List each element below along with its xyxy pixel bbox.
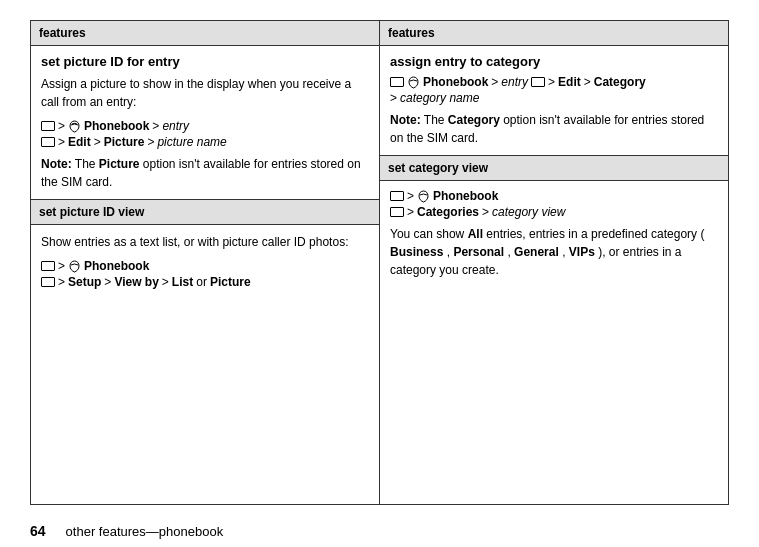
set-picture-id-entry-section: set picture ID for entry Assign a pictur… [31,46,379,199]
menu-icon-3 [41,261,55,271]
note-category: Note: The Category option isn't availabl… [390,111,718,147]
phonebook-label-2: Phonebook [84,259,149,273]
phonebook-label-3: Phonebook [423,75,488,89]
phonebook-icon-4 [417,190,430,203]
categories-label: Categories [417,205,479,219]
nav-line-6: > category name [390,91,718,105]
entry-label-2: entry [501,75,528,89]
menu-icon-4 [41,277,55,287]
menu-icon-1 [41,121,55,131]
view-by-label: View by [114,275,158,289]
right-column: features assign entry to category Phoneb… [379,20,729,505]
nav-line-3: > Phonebook [41,259,369,273]
nav-line-7: > Phonebook [390,189,718,203]
all-keyword: All [468,227,483,241]
category-view-label: category view [492,205,565,219]
edit-label-1: Edit [68,135,91,149]
left-column: features set picture ID for entry Assign… [30,20,379,505]
footer: 64 other features—phonebook [0,515,759,547]
menu-icon-5 [390,77,404,87]
right-header: features [380,21,728,46]
set-picture-id-view-header: set picture ID view [31,200,379,225]
entry-label-1: entry [162,119,189,133]
personal-keyword: Personal [453,245,504,259]
set-category-view-title: set category view [388,161,488,175]
edit-label-2: Edit [558,75,581,89]
set-picture-id-view-title: set picture ID view [39,205,144,219]
category-view-body: You can show All entries, entries in a p… [390,225,718,279]
nav-line-2: > Edit > Picture > picture name [41,135,369,149]
menu-icon-7 [390,191,404,201]
phonebook-icon-2 [68,260,81,273]
picture-keyword: Picture [99,157,140,171]
vips-keyword: VIPs [569,245,595,259]
nav-line-1: > Phonebook > entry [41,119,369,133]
phonebook-label-4: Phonebook [433,189,498,203]
assign-entry-section: assign entry to category Phonebook > ent… [380,46,728,155]
note-keyword-2: Note: [390,113,421,127]
business-keyword: Business [390,245,443,259]
set-picture-id-entry-body: Assign a picture to show in the display … [41,75,369,111]
phonebook-icon-3 [407,76,420,89]
picture-label-1: Picture [104,135,145,149]
set-category-view-content: > Phonebook > Categories > category view [380,181,728,295]
note-keyword-1: Note: [41,157,72,171]
footer-text: other features—phonebook [66,524,224,539]
picture-label-2: Picture [210,275,251,289]
list-label: List [172,275,193,289]
menu-icon-2 [41,137,55,147]
set-category-view-header: set category view [380,156,728,181]
nav-line-5: Phonebook > entry > Edit > Category [390,75,718,89]
note-picture-id: Note: The Picture option isn't available… [41,155,369,191]
menu-icon-8 [390,207,404,217]
phonebook-icon-1 [68,120,81,133]
nav-line-4: > Setup > View by > List or Picture [41,275,369,289]
page-wrapper: features set picture ID for entry Assign… [0,0,759,547]
left-header: features [31,21,379,46]
general-keyword: General [514,245,559,259]
setup-label: Setup [68,275,101,289]
set-picture-id-entry-title: set picture ID for entry [41,54,369,69]
set-picture-id-view-body: Show entries as a text list, or with pic… [41,233,369,251]
set-picture-id-view-content: Show entries as a text list, or with pic… [31,225,379,299]
nav-line-8: > Categories > category view [390,205,718,219]
left-header-text: features [39,26,86,40]
category-keyword: Category [448,113,500,127]
set-category-view-section: set category view > Phonebook [380,155,728,295]
category-label-1: Category [594,75,646,89]
category-name-label: category name [400,91,479,105]
main-content: features set picture ID for entry Assign… [0,0,759,515]
page-number: 64 [30,523,46,539]
picture-name-label: picture name [157,135,226,149]
right-header-text: features [388,26,435,40]
assign-entry-title: assign entry to category [390,54,718,69]
menu-icon-6 [531,77,545,87]
set-picture-id-view-section: set picture ID view Show entries as a te… [31,199,379,299]
phonebook-label-1: Phonebook [84,119,149,133]
